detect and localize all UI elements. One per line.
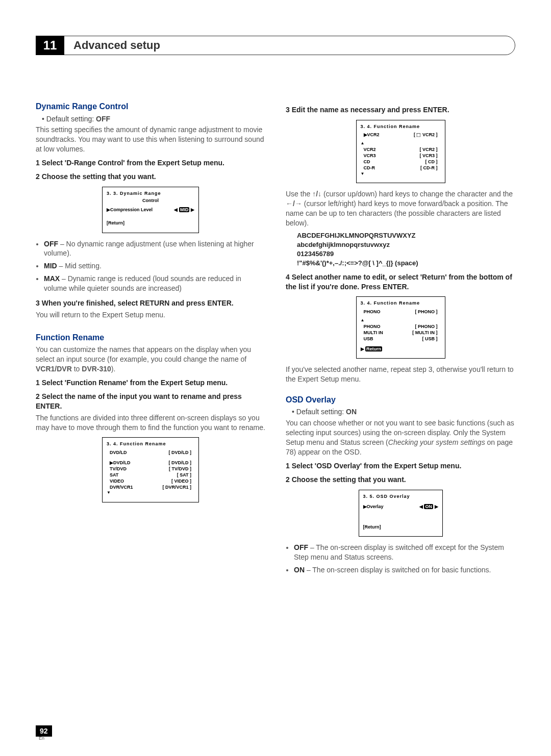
drc-opt-max: MAX – Dynamic range is reduced (loud sou… [44, 274, 265, 293]
left-column: Dynamic Range Control Default setting: O… [36, 101, 265, 580]
fr-osd-top-l: DVD/LD [110, 449, 127, 456]
r-osd2-top-l: PHONO [364, 309, 381, 315]
r-osd1: 3. 4. Function Rename ▶VCR2 [ ⬚ VCR2 ] ▲… [356, 120, 445, 183]
list-item: VCR2 [364, 146, 376, 153]
drc-intro: This setting specifies the amount of dyn… [36, 125, 265, 154]
drc-osd-return: [Return] [107, 220, 194, 226]
fr-osd-title: 3. 4. Function Rename [107, 441, 194, 447]
chars-digits: 0123456789 [297, 249, 515, 259]
right-tri-icon: ▶ [191, 207, 194, 212]
fr-step1: 1 Select 'Function Rename' from the Expe… [36, 378, 265, 388]
drc-title: Dynamic Range Control [36, 101, 265, 112]
drc-options: OFF – No dynamic range adjustment (use w… [44, 239, 265, 293]
drc-opt-off: OFF – No dynamic range adjustment (use w… [44, 239, 265, 259]
drc-step1: 1 Select 'D-Range Control' from the Expe… [36, 158, 265, 168]
r-osd1-title: 3. 4. Function Rename [361, 123, 441, 130]
list-item: CD [364, 159, 370, 165]
drc-default-label: Default setting: [46, 115, 96, 123]
left-tri-icon: ◀ [419, 504, 423, 509]
drc-osd-row-left: ▶Compression Level [107, 207, 153, 213]
osdov-options: OFF – The on-screen display is switched … [294, 543, 515, 575]
osdov-opt-on: ON – The on-screen display is switched o… [294, 565, 515, 575]
osdov-return: [Return] [363, 524, 438, 530]
drc-opt-mid: MID – Mid setting. [44, 261, 265, 271]
arrow-up-down-icon: ↑/↓ [312, 190, 321, 198]
list-item: CD-R [364, 165, 375, 171]
chars-lower: abcdefghijklmnopqrstuvwxyz [297, 240, 515, 249]
right-column: 3 Edit the name as necessary and press E… [286, 101, 515, 580]
chars-symbols: !"#$%&'()*+,–./:;<=>?@[ \ ]^_{|} (space) [297, 259, 515, 268]
drc-step3-after: You will return to the Expert Setup menu… [36, 310, 265, 320]
list-item: MULTI IN [364, 330, 383, 336]
osdov-step2: 2 Choose the setting that you want. [286, 475, 515, 485]
list-item: VCR3 [364, 153, 376, 159]
r-osd1-top-l: ▶VCR2 [364, 132, 380, 138]
list-item: TV/DVD [110, 466, 127, 472]
osdov-title: OSD Overlay [286, 394, 515, 406]
fr-title: Function Rename [36, 332, 265, 343]
osdov-step1: 1 Select 'OSD Overlay' from the Expert S… [286, 461, 515, 471]
osdov-intro: You can choose whether or not you want t… [286, 418, 515, 457]
r-step3: 3 Edit the name as necessary and press E… [286, 105, 515, 115]
fr-osd: 3. 4. Function Rename DVD/LD [ DVD/LD ] … [102, 437, 199, 502]
r-osd2: 3. 4. Function Rename PHONO [ PHONO ] ▲ … [356, 296, 445, 359]
drc-step3: 3 When you're finished, select RETURN an… [36, 298, 265, 308]
char-lines: ABCDEFGHIJKLMNOPQRSTUVWXYZ abcdefghijklm… [297, 231, 515, 268]
r-osd2-title: 3. 4. Function Rename [361, 300, 441, 306]
list-item: PHONO [364, 323, 381, 330]
fr-step2-after: The functions are divided into three dif… [36, 413, 265, 433]
drc-osd-row-right: ◀ MID ▶ [174, 207, 194, 213]
list-item: ▶DVD/LD [110, 460, 131, 466]
drc-osd-title2: Control [107, 197, 194, 204]
fr-step2: 2 Select the name of the input you want … [36, 392, 265, 411]
list-item: VIDEO [110, 478, 124, 484]
osdov-value: ON [424, 504, 433, 509]
page-number: 92 [36, 725, 52, 737]
arrow-left-right-icon: ←/→ [286, 199, 302, 208]
after-step4: If you've selected another name, repeat … [286, 365, 515, 384]
osdov-row-r: ◀ ON ▶ [419, 503, 438, 510]
drc-osd: 3. 3. Dynamic Range Control ▶Compression… [102, 187, 199, 233]
drc-osd-title: 3. 3. Dynamic Range [107, 190, 194, 196]
drc-default-value: OFF [96, 115, 110, 123]
drc-osd-value: MID [179, 207, 190, 212]
osdov-opt-off: OFF – The on-screen display is switched … [294, 543, 515, 562]
osdov-default: Default setting: ON [292, 407, 515, 417]
fr-intro: You can customize the names that appears… [36, 345, 265, 374]
osdov-box: 3. 5. OSD Overlay ▶Overlay ◀ ON ▶ [Retur… [359, 490, 443, 537]
r-step4: 4 Select another name to edit, or select… [286, 272, 515, 292]
chapter-title: Advanced setup [73, 39, 160, 52]
list-item: DVR/VCR1 [110, 484, 133, 490]
osdov-row-l: ▶Overlay [363, 503, 384, 510]
chapter-header: 11 Advanced setup [36, 36, 515, 55]
chars-upper: ABCDEFGHIJKLMNOPQRSTUVWXYZ [297, 231, 515, 240]
page-footer: 92 En [36, 726, 52, 741]
right-tri-icon: ▶ [435, 504, 438, 509]
left-tri-icon: ◀ [174, 207, 178, 212]
osdov-box-title: 3. 5. OSD Overlay [363, 493, 438, 499]
drc-default: Default setting: OFF [42, 114, 265, 124]
chapter-number: 11 [36, 36, 64, 55]
drc-step2: 2 Choose the setting that you want. [36, 172, 265, 182]
list-item: USB [364, 336, 373, 342]
fr-osd-top-r: DVD/LD [171, 450, 189, 455]
cursor-paragraph: Use the ↑/↓ (cursor up/down) hard keys t… [286, 189, 515, 228]
r-osd2-return: Return [365, 346, 382, 351]
list-item: SAT [110, 472, 118, 478]
